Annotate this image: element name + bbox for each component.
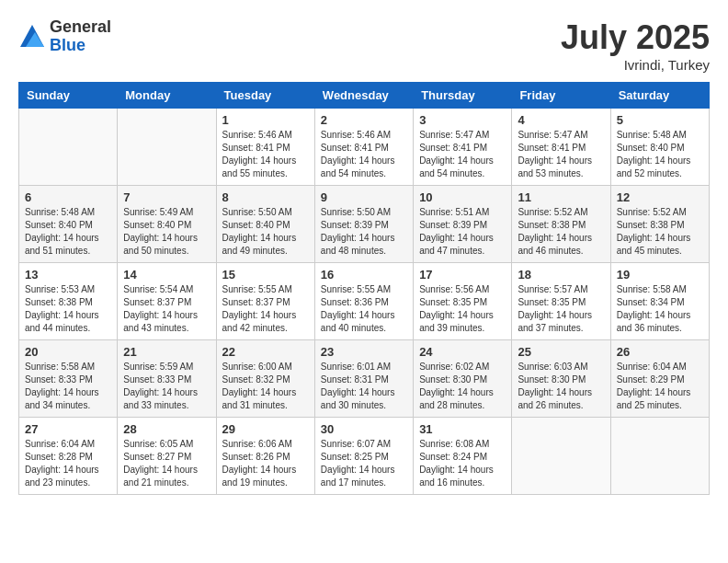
day-number: 8 [222, 190, 309, 204]
day-number: 22 [222, 345, 309, 359]
day-number: 20 [25, 345, 111, 359]
logo: General Blue [18, 18, 111, 55]
day-info: Sunrise: 5:46 AM Sunset: 8:41 PM Dayligh… [321, 129, 407, 180]
calendar-cell [512, 418, 610, 495]
calendar-table: SundayMondayTuesdayWednesdayThursdayFrid… [18, 82, 710, 495]
day-number: 5 [617, 113, 703, 127]
calendar-cell: 29Sunrise: 6:06 AM Sunset: 8:26 PM Dayli… [216, 418, 314, 495]
calendar-cell: 8Sunrise: 5:50 AM Sunset: 8:40 PM Daylig… [216, 186, 314, 263]
calendar-cell: 22Sunrise: 6:00 AM Sunset: 8:32 PM Dayli… [216, 340, 314, 418]
logo-icon [18, 23, 46, 51]
calendar-cell: 13Sunrise: 5:53 AM Sunset: 8:38 PM Dayli… [19, 263, 118, 340]
calendar-cell [19, 109, 118, 186]
day-number: 19 [617, 268, 703, 282]
title-block: July 2025 Ivrindi, Turkey [561, 18, 710, 73]
day-number: 24 [419, 345, 506, 359]
calendar-cell: 16Sunrise: 5:55 AM Sunset: 8:36 PM Dayli… [314, 263, 413, 340]
day-info: Sunrise: 6:04 AM Sunset: 8:28 PM Dayligh… [25, 438, 111, 489]
col-header-thursday: Thursday [414, 83, 512, 109]
calendar-cell: 3Sunrise: 5:47 AM Sunset: 8:41 PM Daylig… [414, 109, 512, 186]
day-number: 14 [123, 268, 210, 282]
day-number: 2 [321, 113, 407, 127]
logo-text: General Blue [50, 18, 111, 55]
day-info: Sunrise: 5:55 AM Sunset: 8:37 PM Dayligh… [222, 283, 309, 335]
day-info: Sunrise: 5:55 AM Sunset: 8:36 PM Dayligh… [321, 283, 407, 335]
day-number: 12 [617, 190, 703, 204]
day-number: 27 [25, 422, 111, 436]
calendar-cell: 9Sunrise: 5:50 AM Sunset: 8:39 PM Daylig… [314, 186, 413, 263]
calendar-body: 1Sunrise: 5:46 AM Sunset: 8:41 PM Daylig… [19, 109, 710, 495]
calendar-cell: 6Sunrise: 5:48 AM Sunset: 8:40 PM Daylig… [19, 186, 118, 263]
calendar-cell: 27Sunrise: 6:04 AM Sunset: 8:28 PM Dayli… [19, 418, 118, 495]
day-number: 1 [222, 113, 309, 127]
day-info: Sunrise: 5:51 AM Sunset: 8:39 PM Dayligh… [419, 206, 506, 258]
day-info: Sunrise: 5:58 AM Sunset: 8:33 PM Dayligh… [25, 361, 111, 412]
location-label: Ivrindi, Turkey [561, 57, 710, 73]
day-info: Sunrise: 5:59 AM Sunset: 8:33 PM Dayligh… [123, 361, 210, 412]
day-number: 30 [321, 422, 407, 436]
day-info: Sunrise: 6:08 AM Sunset: 8:24 PM Dayligh… [419, 438, 506, 489]
day-number: 3 [419, 113, 506, 127]
day-number: 25 [518, 345, 604, 359]
day-info: Sunrise: 6:03 AM Sunset: 8:30 PM Dayligh… [518, 361, 604, 412]
calendar-cell: 26Sunrise: 6:04 AM Sunset: 8:29 PM Dayli… [610, 340, 709, 418]
day-info: Sunrise: 6:06 AM Sunset: 8:26 PM Dayligh… [222, 438, 309, 489]
calendar-cell: 19Sunrise: 5:58 AM Sunset: 8:34 PM Dayli… [610, 263, 709, 340]
calendar-week-row: 13Sunrise: 5:53 AM Sunset: 8:38 PM Dayli… [19, 263, 710, 340]
day-number: 10 [419, 190, 506, 204]
day-info: Sunrise: 5:47 AM Sunset: 8:41 PM Dayligh… [419, 129, 506, 180]
day-number: 4 [518, 113, 604, 127]
calendar-cell: 2Sunrise: 5:46 AM Sunset: 8:41 PM Daylig… [314, 109, 413, 186]
day-number: 6 [25, 190, 111, 204]
calendar-cell: 1Sunrise: 5:46 AM Sunset: 8:41 PM Daylig… [216, 109, 314, 186]
month-title: July 2025 [561, 18, 710, 57]
day-number: 11 [518, 190, 604, 204]
day-number: 13 [25, 268, 111, 282]
calendar-cell: 28Sunrise: 6:05 AM Sunset: 8:27 PM Dayli… [118, 418, 216, 495]
calendar-cell [610, 418, 709, 495]
calendar-cell: 15Sunrise: 5:55 AM Sunset: 8:37 PM Dayli… [216, 263, 314, 340]
day-number: 26 [617, 345, 703, 359]
day-info: Sunrise: 5:48 AM Sunset: 8:40 PM Dayligh… [617, 129, 703, 180]
calendar-cell: 11Sunrise: 5:52 AM Sunset: 8:38 PM Dayli… [512, 186, 610, 263]
day-info: Sunrise: 5:48 AM Sunset: 8:40 PM Dayligh… [25, 206, 111, 258]
day-info: Sunrise: 5:49 AM Sunset: 8:40 PM Dayligh… [123, 206, 210, 258]
calendar-week-row: 20Sunrise: 5:58 AM Sunset: 8:33 PM Dayli… [19, 340, 710, 418]
day-number: 7 [123, 190, 210, 204]
header-row: SundayMondayTuesdayWednesdayThursdayFrid… [19, 83, 710, 109]
day-info: Sunrise: 6:04 AM Sunset: 8:29 PM Dayligh… [617, 361, 703, 412]
calendar-cell: 25Sunrise: 6:03 AM Sunset: 8:30 PM Dayli… [512, 340, 610, 418]
day-number: 23 [321, 345, 407, 359]
day-info: Sunrise: 5:58 AM Sunset: 8:34 PM Dayligh… [617, 283, 703, 335]
calendar-header: SundayMondayTuesdayWednesdayThursdayFrid… [19, 83, 710, 109]
calendar-cell: 23Sunrise: 6:01 AM Sunset: 8:31 PM Dayli… [314, 340, 413, 418]
page-header: General Blue July 2025 Ivrindi, Turkey [18, 18, 710, 73]
calendar-cell: 21Sunrise: 5:59 AM Sunset: 8:33 PM Dayli… [118, 340, 216, 418]
day-number: 15 [222, 268, 309, 282]
day-info: Sunrise: 6:05 AM Sunset: 8:27 PM Dayligh… [123, 438, 210, 489]
calendar-cell: 7Sunrise: 5:49 AM Sunset: 8:40 PM Daylig… [118, 186, 216, 263]
calendar-cell: 20Sunrise: 5:58 AM Sunset: 8:33 PM Dayli… [19, 340, 118, 418]
day-number: 21 [123, 345, 210, 359]
calendar-week-row: 1Sunrise: 5:46 AM Sunset: 8:41 PM Daylig… [19, 109, 710, 186]
day-number: 17 [419, 268, 506, 282]
col-header-saturday: Saturday [610, 83, 709, 109]
calendar-week-row: 6Sunrise: 5:48 AM Sunset: 8:40 PM Daylig… [19, 186, 710, 263]
day-info: Sunrise: 5:57 AM Sunset: 8:35 PM Dayligh… [518, 283, 604, 335]
calendar-cell: 4Sunrise: 5:47 AM Sunset: 8:41 PM Daylig… [512, 109, 610, 186]
day-number: 9 [321, 190, 407, 204]
day-info: Sunrise: 5:50 AM Sunset: 8:39 PM Dayligh… [321, 206, 407, 258]
day-info: Sunrise: 5:52 AM Sunset: 8:38 PM Dayligh… [518, 206, 604, 258]
calendar-cell: 17Sunrise: 5:56 AM Sunset: 8:35 PM Dayli… [414, 263, 512, 340]
logo-general-label: General [50, 18, 111, 37]
day-info: Sunrise: 5:47 AM Sunset: 8:41 PM Dayligh… [518, 129, 604, 180]
day-info: Sunrise: 5:52 AM Sunset: 8:38 PM Dayligh… [617, 206, 703, 258]
calendar-cell: 5Sunrise: 5:48 AM Sunset: 8:40 PM Daylig… [610, 109, 709, 186]
day-info: Sunrise: 5:53 AM Sunset: 8:38 PM Dayligh… [25, 283, 111, 335]
calendar-cell: 31Sunrise: 6:08 AM Sunset: 8:24 PM Dayli… [414, 418, 512, 495]
day-number: 16 [321, 268, 407, 282]
day-number: 18 [518, 268, 604, 282]
col-header-tuesday: Tuesday [216, 83, 314, 109]
calendar-cell [118, 109, 216, 186]
col-header-friday: Friday [512, 83, 610, 109]
